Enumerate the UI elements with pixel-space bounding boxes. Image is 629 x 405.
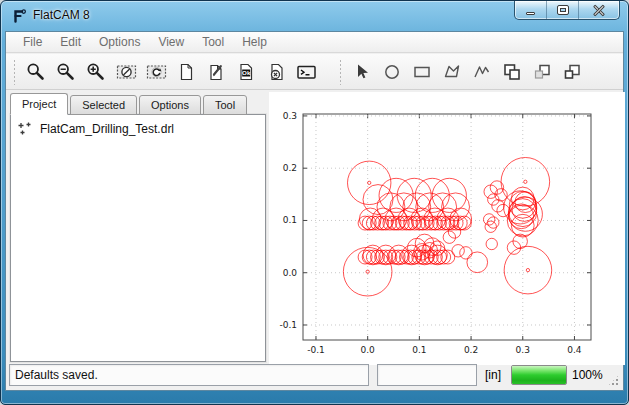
zoom-in-icon — [86, 62, 106, 82]
close-button[interactable] — [579, 1, 619, 19]
svg-text:0.3: 0.3 — [516, 345, 530, 355]
union-tool-button[interactable] — [497, 57, 527, 87]
drill-plot: -0.10.00.10.20.30.40.30.20.10.0-0.1 — [269, 92, 625, 365]
intersection-tool-button[interactable] — [527, 57, 557, 87]
svg-text:0.2: 0.2 — [283, 163, 297, 173]
title-bar[interactable]: FlatCAM 8 — [1, 1, 628, 31]
tree-item-drill-file[interactable]: FlatCam_Drilling_Test.drl — [13, 119, 263, 139]
save-ok-button[interactable]: Ok — [231, 57, 261, 87]
menu-options[interactable]: Options — [90, 33, 149, 51]
minimize-button[interactable] — [515, 1, 547, 19]
window-controls — [514, 1, 620, 20]
menu-edit[interactable]: Edit — [51, 33, 90, 51]
svg-text:Ok: Ok — [242, 69, 251, 76]
tab-project[interactable]: Project — [10, 93, 68, 115]
maximize-icon — [558, 6, 568, 14]
units-label: [in] — [485, 368, 501, 382]
open-project-button[interactable] — [201, 57, 231, 87]
select-tool-button[interactable] — [347, 57, 377, 87]
status-message: Defaults saved. — [9, 364, 369, 386]
client-area: File Edit Options View Tool Help — [5, 31, 624, 391]
subtract-icon — [562, 62, 582, 82]
maximize-button[interactable] — [547, 1, 579, 19]
zoom-in-button[interactable] — [81, 57, 111, 87]
menu-bar: File Edit Options View Tool Help — [6, 32, 623, 53]
minimize-icon — [526, 12, 535, 15]
flatcam-logo-icon[interactable] — [11, 8, 27, 24]
subtract-tool-button[interactable] — [557, 57, 587, 87]
draw-rectangle-button[interactable] — [407, 57, 437, 87]
progress-percent-label: 100% — [572, 368, 603, 382]
draw-polygon-button[interactable] — [437, 57, 467, 87]
menu-file[interactable]: File — [14, 33, 51, 51]
svg-text:0.3: 0.3 — [283, 111, 297, 121]
window-title: FlatCAM 8 — [33, 1, 90, 31]
toolbar: Ok — [6, 54, 623, 90]
svg-text:0.0: 0.0 — [283, 268, 298, 278]
toolbar-grip[interactable] — [13, 59, 16, 85]
app-window: FlatCAM 8 File Edit Options View Tool He… — [0, 0, 629, 405]
tab-selected[interactable]: Selected — [70, 95, 137, 115]
svg-text:-0.1: -0.1 — [279, 320, 297, 330]
status-bar: Defaults saved. [in] 100% — [6, 362, 623, 388]
intersection-icon — [532, 62, 552, 82]
replot-button[interactable] — [141, 57, 171, 87]
tab-options[interactable]: Options — [139, 95, 201, 115]
progress-fill — [512, 366, 566, 384]
drill-marks-icon — [17, 121, 33, 137]
zoom-fit-button[interactable] — [21, 57, 51, 87]
svg-text:-0.1: -0.1 — [307, 345, 325, 355]
svg-text:0.1: 0.1 — [283, 215, 297, 225]
cursor-arrow-icon — [352, 62, 372, 82]
new-project-button[interactable] — [171, 57, 201, 87]
ok-file-icon: Ok — [236, 62, 256, 82]
progress-bar — [511, 365, 567, 385]
menu-help[interactable]: Help — [233, 33, 276, 51]
panel-tabs: Project Selected Options Tool — [10, 92, 249, 114]
delete-object-button[interactable] — [261, 57, 291, 87]
zoom-out-button[interactable] — [51, 57, 81, 87]
shell-button[interactable] — [291, 57, 321, 87]
project-tree-panel[interactable]: FlatCam_Drilling_Test.drl — [10, 114, 266, 362]
replot-icon — [146, 62, 167, 82]
polyline-tool-icon — [472, 62, 492, 82]
draw-polyline-button[interactable] — [467, 57, 497, 87]
rectangle-tool-icon — [412, 62, 432, 82]
zoom-fit-icon — [26, 62, 46, 82]
close-icon — [593, 5, 605, 15]
svg-text:0.4: 0.4 — [567, 345, 582, 355]
resize-grip[interactable] — [607, 374, 620, 387]
new-file-icon — [176, 62, 196, 82]
toolbar-grip-2[interactable] — [339, 59, 342, 85]
clear-plot-button[interactable] — [111, 57, 141, 87]
plot-canvas[interactable]: -0.10.00.10.20.30.40.30.20.10.0-0.1 — [269, 92, 625, 365]
delete-file-icon — [266, 62, 286, 82]
draw-circle-button[interactable] — [377, 57, 407, 87]
circle-tool-icon — [382, 62, 402, 82]
tree-item-label: FlatCam_Drilling_Test.drl — [40, 122, 174, 136]
status-field-secondary — [377, 364, 477, 386]
menu-tool[interactable]: Tool — [193, 33, 233, 51]
zoom-out-icon — [56, 62, 76, 82]
svg-text:0.1: 0.1 — [412, 345, 426, 355]
menu-view[interactable]: View — [149, 33, 193, 51]
shell-icon — [296, 62, 317, 82]
tab-tool[interactable]: Tool — [203, 95, 247, 115]
edit-file-icon — [206, 62, 226, 82]
svg-text:0.2: 0.2 — [464, 345, 478, 355]
polygon-tool-icon — [442, 62, 462, 82]
union-icon — [502, 62, 522, 82]
clear-plot-icon — [116, 62, 137, 82]
svg-text:0.0: 0.0 — [361, 345, 376, 355]
